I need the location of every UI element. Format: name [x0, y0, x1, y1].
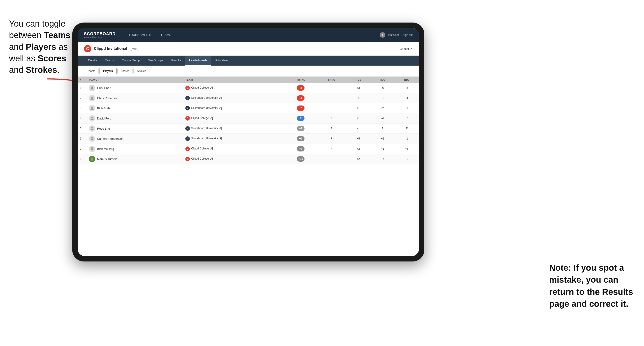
score-badge: +8 — [297, 146, 304, 152]
team-logo: C — [185, 116, 190, 121]
player-name: David Ford — [97, 117, 112, 120]
rd3-cell: +2 — [395, 154, 419, 164]
rank-cell: 3 — [78, 103, 87, 113]
tournament-gender: (Men) — [131, 47, 138, 50]
rd1-cell: -5 — [346, 93, 370, 103]
team-cell: ≡Scoreboard University [A] — [183, 134, 284, 144]
team-name: Clippd College [A] — [191, 157, 213, 160]
table-row: 7Blair McHargCClippd College [A]+8F+2+1+… — [78, 144, 419, 154]
total-cell: -8 — [285, 83, 317, 93]
svg-point-3 — [92, 107, 93, 108]
rd2-cell: +2 — [370, 134, 394, 144]
nav-teams[interactable]: TEAMS — [157, 28, 176, 42]
tab-tee-groups[interactable]: Tee Groups — [144, 56, 167, 66]
player-name: Cameron Robertson — [97, 137, 124, 141]
toggle-strokes-button[interactable]: Strokes — [134, 68, 150, 74]
rd1-cell: +1 — [346, 124, 370, 134]
player-avatar — [89, 115, 95, 122]
player-cell: Chris Robertson — [87, 93, 183, 103]
toggle-teams-button[interactable]: Teams — [84, 68, 99, 74]
team-logo: C — [185, 157, 190, 161]
svg-point-1 — [92, 86, 93, 88]
thru-cell: F — [317, 124, 346, 134]
rd1-cell: +3 — [346, 83, 370, 93]
player-avatar — [89, 105, 95, 111]
tab-printables[interactable]: Printables — [211, 56, 232, 66]
rd1-cell: +2 — [346, 144, 370, 154]
rd1-cell: +1 — [346, 113, 370, 124]
svg-point-4 — [92, 117, 93, 118]
rd2-cell: +5 — [370, 93, 394, 103]
player-avatar — [89, 136, 95, 142]
tab-course-setup[interactable]: Course Setup — [118, 56, 144, 66]
rd3-cell: E — [395, 124, 419, 134]
total-cell: -2 — [285, 103, 317, 113]
rank-cell: 1 — [78, 83, 87, 93]
thru-cell: F — [317, 144, 346, 154]
tab-teams[interactable]: Teams — [101, 56, 118, 66]
thru-cell: F — [317, 83, 346, 93]
player-avatar — [89, 95, 95, 101]
player-name: Marcus Turners — [97, 157, 118, 161]
leaderboard-table: # PLAYER TEAM TOTAL THRU RD1 RD2 RD3 1El… — [78, 77, 419, 256]
score-badge: +11 — [297, 156, 304, 162]
table-row: 5Rees Britt≡Scoreboard University [A]+1F… — [78, 124, 419, 134]
player-cell: Rich Butler — [87, 103, 183, 113]
rd2-cell: E — [370, 124, 394, 134]
tablet-screen: SCOREBOARD Powered by clippd TOURNAMENTS… — [78, 28, 419, 256]
tournament-title: C Clippd Invitational (Men) — [84, 45, 138, 52]
rank-cell: 6 — [78, 134, 87, 144]
user-label: Test User | — [388, 33, 400, 36]
player-avatar — [89, 146, 95, 152]
rd3-cell: -1 — [395, 134, 419, 144]
svg-point-7 — [92, 147, 93, 149]
sign-out-link[interactable]: Sign out — [403, 33, 413, 36]
app-logo-sub: Powered by clippd — [84, 36, 116, 38]
table-row: 3Rich Butler≡Scoreboard University [A]-2… — [78, 103, 419, 113]
toggle-players-button[interactable]: Players — [100, 68, 116, 74]
player-cell: David Ford — [87, 113, 183, 124]
team-name: Scoreboard University [A] — [191, 137, 222, 140]
nav-tournaments[interactable]: TOURNAMENTS — [124, 28, 157, 42]
rd3-cell: -4 — [395, 93, 419, 103]
team-logo: ≡ — [185, 126, 190, 131]
player-cell: Rees Britt — [87, 124, 183, 134]
sub-toolbar: Teams Players Scores Strokes — [78, 66, 419, 77]
team-name: Scoreboard University [A] — [191, 127, 222, 130]
player-avatar — [89, 156, 95, 162]
rd3-cell: -1 — [395, 103, 419, 113]
tournament-header: C Clippd Invitational (Men) Cancel ✕ — [78, 42, 419, 56]
player-cell: Cameron Robertson — [87, 134, 183, 144]
col-team: TEAM — [183, 77, 284, 83]
team-name: Scoreboard University [A] — [191, 106, 222, 110]
player-name: Rich Butler — [97, 107, 112, 110]
player-avatar — [89, 85, 95, 91]
team-cell: CClippd College [A] — [183, 154, 284, 164]
player-name: Chris Robertson — [97, 96, 118, 100]
tab-results[interactable]: Results — [167, 56, 185, 66]
tablet-frame: SCOREBOARD Powered by clippd TOURNAMENTS… — [72, 22, 424, 261]
tab-details[interactable]: Details — [84, 56, 101, 66]
col-total: TOTAL — [285, 77, 317, 83]
toggle-scores-button[interactable]: Scores — [118, 68, 132, 74]
rd3-cell: +6 — [395, 144, 419, 154]
col-rd1: RD1 — [346, 77, 370, 83]
score-badge: -8 — [297, 85, 304, 91]
svg-point-5 — [92, 127, 93, 129]
player-name: Blair McHarg — [97, 147, 114, 151]
close-icon: ✕ — [410, 47, 413, 50]
thru-cell: F — [317, 113, 346, 124]
table-row: 4David FordCClippd College [A]EF+1-4+3 — [78, 113, 419, 124]
cancel-button[interactable]: Cancel ✕ — [400, 47, 413, 50]
tab-leaderboards[interactable]: Leaderboards — [185, 56, 211, 66]
thru-cell: F — [317, 93, 346, 103]
rank-cell: 5 — [78, 124, 87, 134]
score-badge: E — [297, 116, 304, 121]
total-cell: +6 — [285, 134, 317, 144]
table-row: 8Marcus TurnersCClippd College [A]+11F+2… — [78, 154, 419, 164]
total-cell: +11 — [285, 154, 317, 164]
score-badge: +1 — [297, 126, 304, 131]
rd1-cell: +2 — [346, 154, 370, 164]
col-thru: THRU — [317, 77, 346, 83]
team-name: Clippd College [A] — [191, 86, 213, 89]
